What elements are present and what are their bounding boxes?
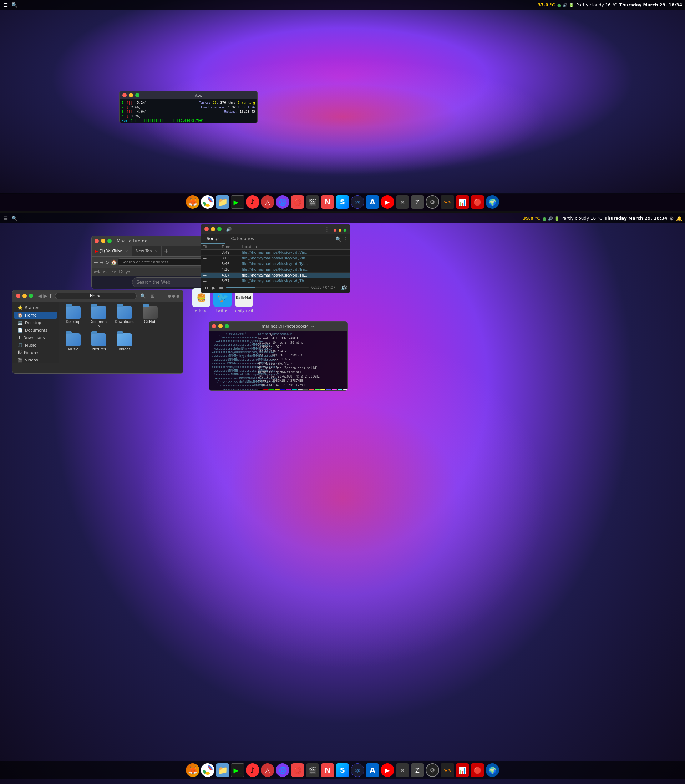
music-prev-btn[interactable]: ⏮ — [204, 285, 209, 291]
dock-app11[interactable]: S — [336, 195, 349, 209]
music-volume-btn[interactable]: 🔊 — [341, 285, 347, 291]
music-max-btn[interactable] — [217, 227, 222, 231]
dock-app13[interactable]: A — [366, 195, 379, 209]
firefox-min-btn[interactable] — [101, 239, 105, 243]
dock-app17[interactable]: ⚙ — [425, 195, 439, 209]
sidebar-item-music[interactable]: 🎵 Music — [14, 341, 57, 349]
music-table-row[interactable]: — 3:49 file:///home/marinos/Music/yt-dl/… — [201, 250, 350, 255]
music-progress-bar[interactable] — [226, 287, 308, 288]
dock-app9[interactable]: 🎬 — [306, 195, 319, 209]
dock-music[interactable]: ♪ — [246, 195, 260, 209]
fm-max-btn[interactable] — [29, 294, 33, 298]
dock-app6[interactable]: △ — [261, 195, 274, 209]
sidebar-item-pictures[interactable]: 🖼 Pictures — [14, 349, 57, 356]
dock-files-b[interactable]: 📁 — [216, 763, 229, 777]
dock-terminal[interactable]: ▶_ — [231, 195, 244, 209]
sidebar-item-desktop[interactable]: 💻 Desktop — [14, 319, 57, 326]
audio-icon[interactable]: 🔊 — [563, 3, 568, 8]
dock-app10[interactable]: N — [321, 195, 334, 209]
battery-icon[interactable]: 🔋 — [569, 3, 574, 8]
tab-youtube[interactable]: ▶ (1) YouTube ✕ — [92, 246, 132, 256]
dock-app7-b[interactable]: 🌀 — [276, 763, 289, 777]
dock-app14[interactable]: ▶ — [381, 195, 394, 209]
dock-app10-b[interactable]: N — [321, 763, 334, 777]
dock-terminal-b[interactable]: ▶_ — [231, 763, 244, 777]
audio-icon-2[interactable]: 🔊 — [548, 216, 553, 221]
dock-app19-b[interactable]: 📊 — [456, 763, 469, 777]
fm-path-bar[interactable]: Home — [55, 293, 136, 299]
bmark-yn[interactable]: yn — [126, 270, 130, 274]
dock-app11-b[interactable]: S — [336, 763, 349, 777]
music-min-btn[interactable] — [211, 227, 215, 231]
apps-menu-icon[interactable]: ☰ — [3, 2, 8, 8]
tab-youtube-close[interactable]: ✕ — [125, 249, 128, 253]
dock-app18-b[interactable]: ∿∿ — [441, 763, 454, 777]
tab-newtab-close[interactable]: ✕ — [155, 249, 158, 253]
sidebar-item-documents[interactable]: 📄 Documents — [14, 326, 57, 334]
dock-app16[interactable]: Z — [411, 195, 424, 209]
dock-app15[interactable]: ✕ — [396, 195, 409, 209]
dock-app20-b[interactable]: 🔴 — [471, 763, 484, 777]
search-icon-2[interactable]: 🔍 — [11, 216, 17, 221]
htop-max-btn[interactable] — [135, 93, 140, 97]
bmark-wrk[interactable]: wrk — [94, 270, 100, 274]
dock-files[interactable]: 📁 — [216, 195, 229, 209]
sidebar-item-starred[interactable]: ⭐ Starred — [14, 304, 57, 311]
dock-app12-b[interactable]: ⚛ — [351, 763, 364, 777]
dock-firefox[interactable]: 🦊 — [186, 195, 200, 209]
dock-app8-b[interactable]: ⭕ — [291, 763, 304, 777]
htop-close-btn[interactable] — [122, 93, 127, 97]
dock-app14-b[interactable]: ▶ — [381, 763, 394, 777]
fm-min-btn[interactable] — [23, 294, 27, 298]
battery-icon-2[interactable]: 🔋 — [554, 216, 559, 221]
dock-firefox-b[interactable]: 🦊 — [186, 763, 200, 777]
dock-app20[interactable]: 🔴 — [471, 195, 484, 209]
music-tab-categories[interactable]: Categories — [225, 234, 260, 244]
fm-search-btn[interactable]: 🔍 — [139, 293, 147, 299]
music-close-btn[interactable] — [205, 227, 209, 231]
dock-app21-b[interactable]: 🌍 — [485, 763, 499, 777]
tab-newtab[interactable]: New Tab ✕ — [132, 246, 162, 256]
term-max-btn[interactable] — [225, 324, 229, 328]
ff-reload-btn[interactable]: ↻ — [105, 260, 109, 265]
apps-menu-icon-2[interactable]: ☰ — [3, 216, 8, 221]
dock-app13-b[interactable]: A — [366, 763, 379, 777]
music-table-row[interactable]: — 3:46 file:///home/marinos/Music/yt-dl/… — [201, 261, 350, 267]
dock-app6-b[interactable]: △ — [261, 763, 274, 777]
fm-folder-music[interactable]: Music — [62, 332, 84, 352]
music-table-row[interactable]: — 4:10 file:///home/marinos/Music/yt-dl/… — [201, 267, 350, 273]
fm-folder-pictures[interactable]: Pictures — [88, 332, 110, 352]
music-table-row[interactable]: — 4:07 file:///home/marinos/Music/yt-dl/… — [201, 273, 350, 278]
term-close-btn[interactable] — [212, 324, 216, 328]
music-table-row[interactable]: — 3:03 file:///home/marinos/Music/yt-dl/… — [201, 255, 350, 261]
dock-app8[interactable]: ⭕ — [291, 195, 304, 209]
dock-app15-b[interactable]: ✕ — [396, 763, 409, 777]
music-filter-icon[interactable]: ⋮ — [343, 236, 348, 242]
firefox-close-btn[interactable] — [94, 239, 99, 243]
firefox-max-btn[interactable] — [107, 239, 112, 243]
fm-folder-desktop[interactable]: Desktop — [62, 304, 84, 329]
fm-dots-btn[interactable]: ● ● ● — [168, 294, 179, 298]
music-next-btn[interactable]: ⏭ — [218, 285, 223, 291]
ff-home-btn[interactable]: 🏠 — [110, 260, 117, 265]
term-min-btn[interactable] — [218, 324, 222, 328]
music-tab-songs[interactable]: Songs — [201, 234, 225, 244]
ff-back-btn[interactable]: ← — [94, 260, 98, 265]
firefox-new-tab-btn[interactable]: + — [162, 248, 170, 255]
fm-folder-downloads[interactable]: Downloads — [113, 304, 136, 329]
sidebar-item-downloads[interactable]: ⬇ Downloads — [14, 334, 57, 341]
dock-app18[interactable]: ∿∿ — [441, 195, 454, 209]
bmark-dv[interactable]: dv — [103, 270, 107, 274]
dock-app17-b[interactable]: ⚙ — [425, 763, 439, 777]
dock-chrome-b[interactable] — [201, 763, 214, 777]
music-menu-icon[interactable]: ⋮ — [324, 226, 330, 233]
dock-app21[interactable]: 🌍 — [485, 195, 499, 209]
fm-view-btn[interactable]: ⊞ — [149, 293, 156, 299]
dock-app16-b[interactable]: Z — [411, 763, 424, 777]
music-play-btn[interactable]: ▶ — [211, 285, 216, 291]
sidebar-item-videos[interactable]: 🎬 Videos — [14, 357, 57, 362]
dock-music-b[interactable]: ♪ — [246, 763, 260, 777]
fm-folder-videos[interactable]: Videos — [113, 332, 136, 352]
bmark-l2[interactable]: L2 — [118, 270, 123, 274]
fm-close-btn[interactable] — [16, 294, 20, 298]
